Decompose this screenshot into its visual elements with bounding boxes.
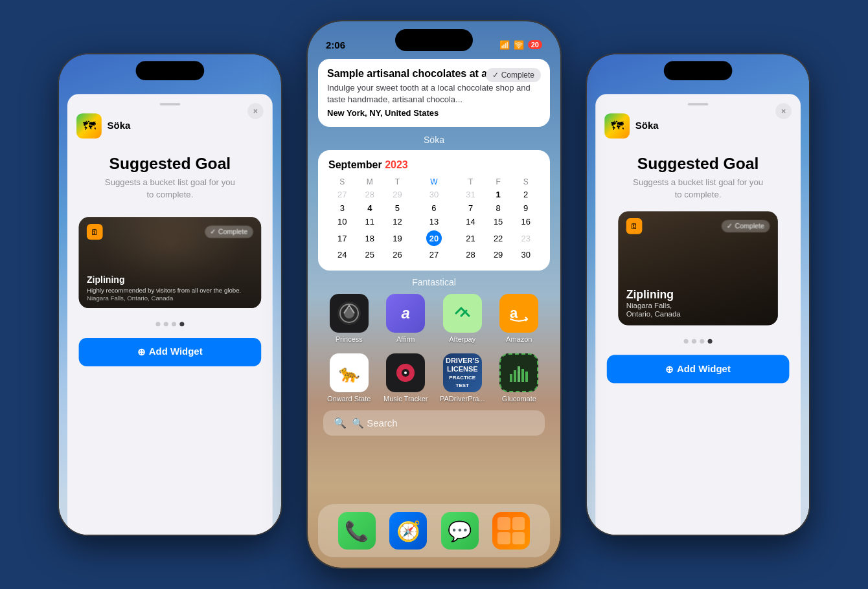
widget-card-bottom-left: Ziplining Highly recommended by visitors… bbox=[87, 275, 253, 302]
dot-2-right bbox=[692, 339, 696, 344]
widget-location-right: Niagara Falls,Ontario, Canada bbox=[626, 302, 770, 318]
phone-left-screen: 🗺 Söka × Suggested Goal Suggests a bucke… bbox=[59, 54, 281, 535]
widget-card-content-left: 🗓 ✓ Complete Ziplining Highly recommende… bbox=[79, 217, 262, 308]
app-label-onward: Onward State bbox=[327, 395, 371, 403]
svg-rect-11 bbox=[518, 366, 520, 382]
soka-icon-left: 🗺 bbox=[76, 113, 102, 139]
suggested-goal-title-left: Suggested Goal bbox=[109, 155, 231, 173]
app-label-glucomate: Glucomate bbox=[502, 395, 536, 403]
app-icon-afterpay bbox=[443, 294, 482, 333]
cal-day: 2 bbox=[512, 188, 540, 201]
cal-day: 22 bbox=[485, 228, 512, 248]
widget-card-right: 🗓 ✓ Complete Ziplining Niagara Falls,Ont… bbox=[618, 212, 777, 326]
cal-header-w: W bbox=[411, 176, 457, 188]
calendar-year: 2023 bbox=[385, 159, 408, 170]
app-item-onward[interactable]: 🐆 Onward State bbox=[323, 353, 375, 403]
cal-header-s2: S bbox=[512, 176, 540, 188]
svg-text:🐆: 🐆 bbox=[339, 363, 360, 384]
dots-row-right bbox=[684, 339, 713, 344]
app-item-princess[interactable]: Princess bbox=[323, 294, 375, 343]
svg-rect-12 bbox=[521, 369, 524, 382]
app-item-glucomate[interactable]: Glucomate bbox=[494, 353, 545, 403]
cal-day: 7 bbox=[457, 201, 485, 215]
widget-editor-sheet-right: 🗺 Söka × Suggested Goal Suggests a bucke… bbox=[595, 94, 801, 535]
cal-day: 18 bbox=[356, 228, 384, 248]
soka-label: Söka bbox=[318, 135, 550, 145]
widget-card-left: 🗓 ✓ Complete Ziplining Highly recommende… bbox=[79, 217, 262, 308]
svg-point-2 bbox=[344, 308, 354, 318]
cal-day: 21 bbox=[457, 228, 485, 248]
goal-complete-check: ✓ bbox=[492, 71, 499, 80]
dock-multi-icon[interactable] bbox=[492, 512, 530, 550]
dock-messages-icon[interactable]: 💬 bbox=[441, 512, 479, 550]
cal-day: 16 bbox=[512, 215, 540, 228]
app-icon-onward: 🐆 bbox=[330, 353, 369, 392]
close-button-left[interactable]: × bbox=[247, 103, 264, 119]
widget-title-right: Ziplining bbox=[626, 288, 770, 301]
cal-day: 10 bbox=[328, 215, 356, 228]
app-item-pa[interactable]: DRIVER'SLICENSEPRACTICE TEST PADriverPra… bbox=[437, 353, 488, 403]
cal-week-5: 24 25 26 27 28 29 30 bbox=[328, 248, 540, 261]
phone-left: 🗺 Söka × Suggested Goal Suggests a bucke… bbox=[59, 54, 281, 535]
status-time: 2:06 bbox=[326, 39, 345, 50]
app-grid: Princess a Affirm Afterpay bbox=[318, 294, 550, 403]
goal-widget: ✓ Complete Sample artisanal chocolates a… bbox=[318, 59, 550, 127]
widget-card-content-right: 🗓 ✓ Complete Ziplining Niagara Falls,Ont… bbox=[618, 212, 777, 326]
cal-day: 14 bbox=[457, 215, 485, 228]
app-item-affirm[interactable]: a Affirm bbox=[380, 294, 432, 343]
app-icon-music bbox=[386, 353, 425, 392]
complete-badge-left: ✓ Complete bbox=[205, 226, 253, 238]
complete-badge-right: ✓ Complete bbox=[721, 220, 770, 232]
dots-row-left bbox=[155, 322, 184, 326]
cal-week-4: 17 18 19 20 21 22 23 bbox=[328, 228, 540, 248]
cal-day: 17 bbox=[328, 228, 356, 248]
cal-week-3: 10 11 12 13 14 15 16 bbox=[328, 215, 540, 228]
app-item-amazon[interactable]: a Amazon bbox=[494, 294, 545, 343]
cal-day: 4 bbox=[356, 201, 384, 215]
widgets-area: ✓ Complete Sample artisanal chocolates a… bbox=[318, 59, 550, 445]
app-icon-affirm: a bbox=[386, 294, 425, 333]
search-bar-text: 🔍 Search bbox=[352, 417, 398, 429]
phone-right-screen: 🗺 Söka × Suggested Goal Suggests a bucke… bbox=[587, 54, 809, 535]
cal-day: 25 bbox=[356, 248, 384, 261]
app-item-music[interactable]: Music Tracker bbox=[380, 353, 432, 403]
cal-day: 30 bbox=[411, 188, 457, 201]
signal-icon: 📶 bbox=[499, 40, 510, 50]
cal-day: 31 bbox=[457, 188, 485, 201]
cal-header-s1: S bbox=[328, 176, 356, 188]
status-icons: 📶 🛜 20 bbox=[499, 40, 542, 50]
app-icon-amazon: a bbox=[499, 294, 538, 333]
app-icon-princess bbox=[330, 294, 369, 333]
add-widget-button-left[interactable]: ⊕ Add Widget bbox=[79, 338, 262, 366]
dock-phone-icon[interactable]: 📞 bbox=[338, 512, 376, 550]
cal-day: 28 bbox=[457, 248, 485, 261]
svg-point-8 bbox=[404, 372, 407, 374]
cal-day: 29 bbox=[485, 248, 512, 261]
cal-header-t2: T bbox=[457, 176, 485, 188]
svg-text:a: a bbox=[510, 305, 518, 321]
dock-safari-icon[interactable]: 🧭 bbox=[389, 512, 427, 550]
add-widget-button-right[interactable]: ⊕ Add Widget bbox=[607, 355, 790, 383]
search-bar[interactable]: 🔍 🔍 Search bbox=[323, 410, 545, 436]
goal-complete-badge: ✓ Complete bbox=[486, 68, 541, 82]
calendar-grid: S M T W T F S 27 28 29 bbox=[328, 176, 540, 261]
widget-calendar-icon-left: 🗓 bbox=[87, 224, 103, 240]
cal-day: 23 bbox=[512, 228, 540, 248]
app-label-afterpay: Afterpay bbox=[449, 335, 475, 343]
battery-badge: 20 bbox=[528, 40, 542, 49]
app-item-afterpay[interactable]: Afterpay bbox=[437, 294, 488, 343]
complete-label-left: Complete bbox=[218, 228, 247, 236]
complete-check-right: ✓ bbox=[727, 222, 733, 230]
dot-3-left bbox=[172, 322, 176, 326]
add-widget-label-right: Add Widget bbox=[677, 363, 731, 375]
app-icon-glucomate bbox=[499, 353, 538, 392]
cal-day: 28 bbox=[356, 188, 384, 201]
close-button-right[interactable]: × bbox=[775, 103, 792, 119]
app-name-right: Söka bbox=[635, 120, 659, 132]
widget-calendar-icon-right: 🗓 bbox=[626, 218, 643, 234]
svg-rect-13 bbox=[525, 372, 528, 382]
cal-day-today: 20 bbox=[411, 228, 457, 248]
sheet-handle-left bbox=[160, 103, 181, 106]
cal-day: 27 bbox=[411, 248, 457, 261]
dot-2-left bbox=[164, 322, 168, 326]
